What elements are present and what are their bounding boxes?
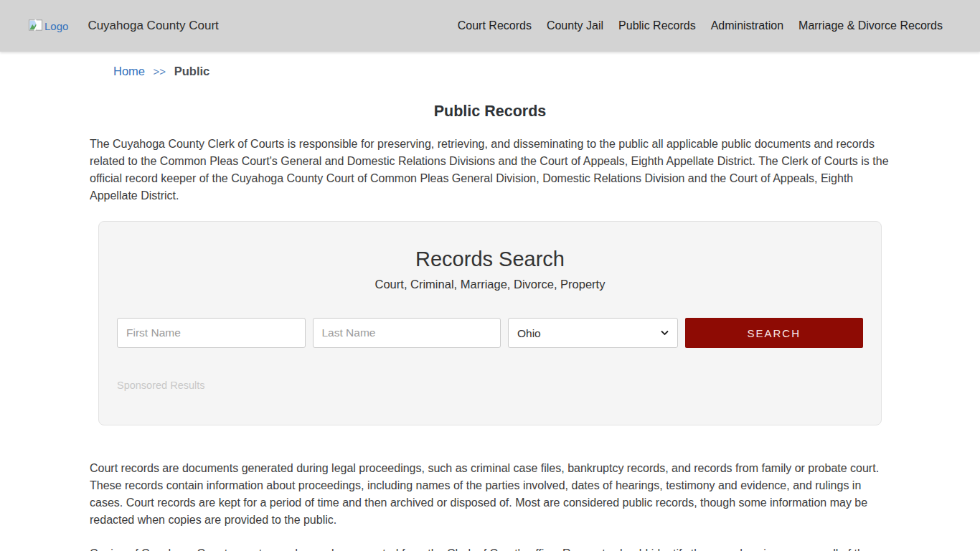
- main-nav: Court Records County Jail Public Records…: [458, 19, 943, 32]
- site-title: Cuyahoga County Court: [88, 19, 218, 33]
- breadcrumb-separator: >>: [154, 65, 166, 77]
- page-title: Public Records: [90, 103, 890, 121]
- search-button[interactable]: SEARCH: [685, 318, 864, 348]
- first-name-input[interactable]: [117, 318, 306, 348]
- site-header: Logo Cuyahoga County Court Court Records…: [0, 0, 980, 52]
- copies-paragraph: Copies of Cuyahoga County court records …: [90, 545, 890, 551]
- breadcrumb: Home >> Public: [113, 65, 890, 79]
- search-form: Ohio SEARCH: [117, 318, 863, 348]
- last-name-input[interactable]: [313, 318, 501, 348]
- nav-public-records[interactable]: Public Records: [618, 19, 696, 32]
- logo-alt-text: Logo: [44, 20, 68, 32]
- broken-image-icon: [29, 19, 42, 33]
- breadcrumb-home-link[interactable]: Home: [113, 65, 145, 77]
- state-select-wrap: Ohio: [508, 318, 678, 348]
- court-records-paragraph: Court records are documents generated du…: [90, 460, 890, 529]
- sponsored-results-label: Sponsored Results: [117, 380, 863, 392]
- breadcrumb-current: Public: [174, 65, 210, 77]
- records-search-card: Records Search Court, Criminal, Marriage…: [98, 221, 882, 425]
- nav-marriage-divorce-records[interactable]: Marriage & Divorce Records: [798, 19, 943, 32]
- main-content: Home >> Public Public Records The Cuyaho…: [90, 52, 890, 551]
- nav-administration[interactable]: Administration: [711, 19, 783, 32]
- search-card-title: Records Search: [117, 248, 863, 271]
- state-select[interactable]: Ohio: [508, 318, 678, 348]
- intro-paragraph: The Cuyahoga County Clerk of Courts is r…: [90, 136, 890, 204]
- nav-county-jail[interactable]: County Jail: [547, 19, 603, 32]
- logo-link[interactable]: Logo: [29, 19, 68, 33]
- nav-court-records[interactable]: Court Records: [458, 19, 532, 32]
- search-card-subtitle: Court, Criminal, Marriage, Divorce, Prop…: [117, 276, 863, 292]
